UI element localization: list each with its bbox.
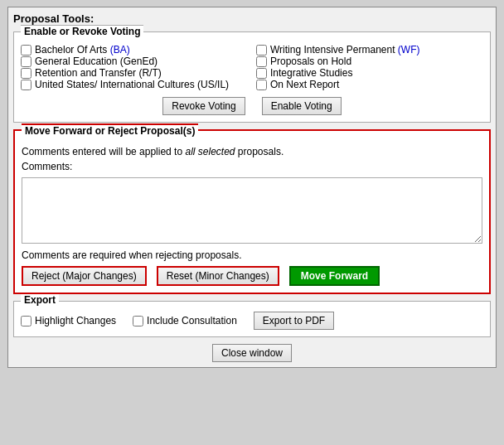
checkbox-row-ba: Bachelor Of Arts (BA) xyxy=(21,44,248,56)
highlight-checkbox-row: Highlight Changes xyxy=(21,315,116,326)
checkbox-row-next-report: On Next Report xyxy=(256,79,483,90)
highlight-label: Highlight Changes xyxy=(35,315,116,326)
export-section: Export Highlight Changes Include Consult… xyxy=(13,301,491,337)
action-buttons: Reject (Major Changes) Reset (Minor Chan… xyxy=(22,266,482,286)
checkbox-usil[interactable] xyxy=(21,80,32,90)
label-next-report: On Next Report xyxy=(270,79,339,90)
wf-link: (WF) xyxy=(398,44,420,56)
checkbox-row-integrative: Integrative Studies xyxy=(256,67,483,79)
label-hold: Proposals on Hold xyxy=(270,56,351,67)
voting-legend: Enable or Revoke Voting xyxy=(21,25,143,37)
checkbox-wf[interactable] xyxy=(256,45,267,56)
forward-section: Move Forward or Reject Proposal(s) Comme… xyxy=(13,129,491,294)
info-line1: Comments entered will be applied to xyxy=(22,146,182,157)
label-rt: Retention and Transfer (R/T) xyxy=(35,67,162,79)
checkbox-gened[interactable] xyxy=(21,56,32,67)
forward-legend: Move Forward or Reject Proposal(s) xyxy=(22,123,198,137)
voting-section: Enable or Revoke Voting Bachelor Of Arts… xyxy=(13,31,491,123)
export-pdf-button[interactable]: Export to PDF xyxy=(254,312,334,330)
voting-buttons: Revoke Voting Enable Voting xyxy=(21,97,483,115)
revoke-voting-button[interactable]: Revoke Voting xyxy=(162,97,245,115)
required-note: Comments are required when rejecting pro… xyxy=(22,249,482,261)
export-legend: Export xyxy=(21,294,59,306)
checkbox-hold[interactable] xyxy=(256,56,267,67)
checkbox-row-gened: General Education (GenEd) xyxy=(21,56,248,67)
main-container: Proposal Tools: Enable or Revoke Voting … xyxy=(7,7,497,368)
checkbox-row-wf: Writing Intensive Permanent (WF) xyxy=(256,44,483,56)
close-row: Close window xyxy=(13,344,491,362)
ba-link: (BA) xyxy=(110,44,130,56)
checkbox-ba[interactable] xyxy=(21,45,32,56)
label-ba: Bachelor Of Arts (BA) xyxy=(35,44,130,56)
consultation-checkbox-row: Include Consultation xyxy=(133,315,237,326)
move-forward-button[interactable]: Move Forward xyxy=(289,266,380,286)
consultation-checkbox[interactable] xyxy=(133,316,143,326)
checkbox-row-hold: Proposals on Hold xyxy=(256,56,483,67)
forward-content: Comments entered will be applied to all … xyxy=(22,144,482,286)
comments-textarea[interactable] xyxy=(22,177,482,244)
info-italic: all selected xyxy=(185,146,235,157)
checkbox-next-report[interactable] xyxy=(256,80,267,90)
info-line2: proposals. xyxy=(238,146,284,157)
checkbox-integrative[interactable] xyxy=(256,68,267,79)
label-usil: United States/ International Cultures (U… xyxy=(35,79,229,90)
voting-grid: Bachelor Of Arts (BA) General Education … xyxy=(21,44,483,90)
close-window-button[interactable]: Close window xyxy=(212,344,292,362)
label-wf: Writing Intensive Permanent (WF) xyxy=(270,44,420,56)
highlight-checkbox[interactable] xyxy=(21,316,32,326)
checkbox-rt[interactable] xyxy=(21,68,32,79)
consultation-label: Include Consultation xyxy=(147,315,237,326)
label-gened: General Education (GenEd) xyxy=(35,56,158,67)
checkbox-row-usil: United States/ International Cultures (U… xyxy=(21,79,248,90)
export-row: Highlight Changes Include Consultation E… xyxy=(21,312,483,330)
checkbox-row-rt: Retention and Transfer (R/T) xyxy=(21,67,248,79)
enable-voting-button[interactable]: Enable Voting xyxy=(262,97,342,115)
reject-button[interactable]: Reject (Major Changes) xyxy=(22,266,147,286)
reset-button[interactable]: Reset (Minor Changes) xyxy=(157,266,279,286)
label-integrative: Integrative Studies xyxy=(270,67,352,79)
page-title: Proposal Tools: xyxy=(13,12,491,25)
comments-label: Comments: xyxy=(22,161,72,172)
voting-content: Bachelor Of Arts (BA) General Education … xyxy=(21,44,483,115)
info-text: Comments entered will be applied to all … xyxy=(22,144,482,174)
